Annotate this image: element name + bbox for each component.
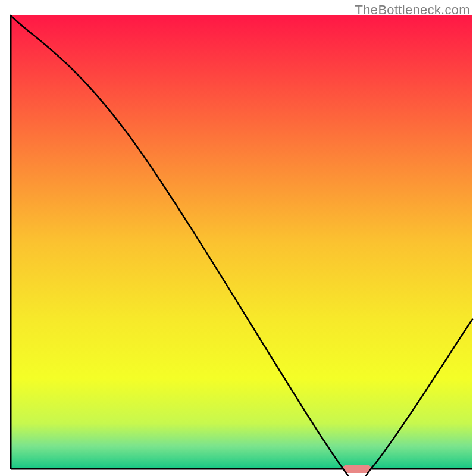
watermark-text: TheBottleneck.com <box>355 2 470 18</box>
plot-background <box>11 15 472 469</box>
chart-container: TheBottleneck.com <box>0 0 476 476</box>
optimal-marker <box>343 465 371 473</box>
bottleneck-chart <box>0 0 476 476</box>
